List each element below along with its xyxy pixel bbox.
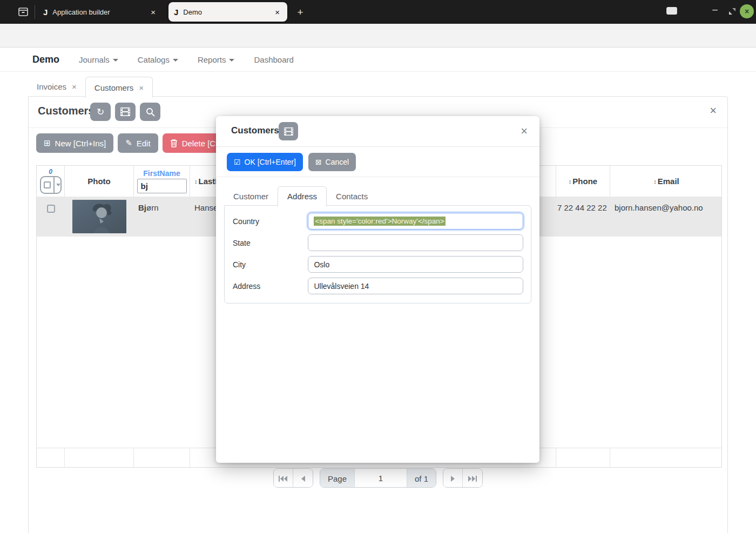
new-tab-button[interactable]: +: [293, 5, 307, 19]
dialog-close-icon[interactable]: ×: [521, 124, 528, 138]
search-button[interactable]: [140, 103, 160, 121]
tab-invoices[interactable]: Invoices ×: [28, 77, 85, 97]
photo-header[interactable]: Photo: [65, 166, 134, 197]
refresh-button[interactable]: ↻: [90, 103, 111, 121]
menu-journals[interactable]: Journals: [79, 55, 118, 64]
tab-label: Customers: [94, 83, 134, 92]
customers-edit-dialog: Customers × ☑OK [Ctrl+Enter] ⊠Cancel Cus…: [216, 116, 539, 463]
button-label: Cancel: [326, 158, 349, 166]
menu-dashboard[interactable]: Dashboard: [254, 55, 293, 64]
select-all-header[interactable]: 0: [37, 166, 65, 197]
page-number-input[interactable]: [354, 469, 407, 487]
select-all-checkbox[interactable]: [40, 176, 62, 194]
pager-page-group: Page of 1: [320, 468, 436, 488]
cancel-button[interactable]: ⊠Cancel: [308, 153, 356, 171]
email-header[interactable]: ↕Email: [610, 166, 723, 197]
close-window-button[interactable]: ×: [740, 4, 754, 18]
menu-label: Dashboard: [254, 55, 293, 64]
chevron-down-icon: [56, 184, 60, 186]
cell-text: ørn: [146, 203, 159, 212]
tab-contacts[interactable]: Contacts: [327, 186, 377, 206]
panel-title: Customers: [38, 105, 94, 117]
pager-back-group: [273, 468, 313, 488]
browser-tab-demo[interactable]: J Demo ×: [168, 2, 287, 22]
next-page-icon: [451, 476, 455, 482]
match-highlight: Bj: [138, 203, 146, 212]
tab-address[interactable]: Address: [278, 186, 327, 206]
customer-photo: [72, 200, 126, 233]
tab-title: Demo: [183, 8, 202, 16]
window-list-icon[interactable]: [666, 6, 677, 18]
header-label[interactable]: FirstName: [143, 169, 180, 178]
tab-favicon: J: [43, 8, 48, 17]
sort-icon: ↕: [653, 178, 657, 185]
export-film-button[interactable]: [115, 103, 136, 121]
header-label: Email: [658, 177, 679, 186]
row-checkbox[interactable]: [47, 205, 55, 213]
last-page-button[interactable]: [463, 469, 482, 488]
next-page-button[interactable]: [443, 469, 463, 488]
selected-count: 0: [49, 168, 52, 175]
button-label: New [Ctrl+Ins]: [55, 139, 106, 148]
firstname-filter-input[interactable]: [137, 179, 187, 193]
pencil-icon: ✎: [125, 138, 132, 148]
tab-customers[interactable]: Customers ×: [85, 77, 153, 98]
header-label: Phone: [572, 177, 597, 186]
workspace-tabs: Invoices × Customers ×: [28, 77, 153, 97]
cell-text: 7 22 44 22 22: [557, 203, 607, 212]
close-icon[interactable]: ×: [139, 83, 144, 92]
prev-page-button[interactable]: [293, 469, 313, 488]
state-label: State: [233, 239, 308, 247]
dialog-film-button[interactable]: [279, 122, 298, 140]
browser-tab-application-builder[interactable]: J Application builder ×: [38, 2, 163, 22]
x-square-icon: ⊠: [315, 158, 322, 166]
menu-reports[interactable]: Reports: [198, 55, 235, 64]
city-input[interactable]: [308, 256, 523, 273]
country-label: Country: [233, 217, 308, 226]
tab-favicon: J: [174, 8, 178, 17]
button-label: OK [Ctrl+Enter]: [245, 158, 296, 166]
new-button[interactable]: ⊞New [Ctrl+Ins]: [36, 133, 113, 153]
ok-button[interactable]: ☑OK [Ctrl+Enter]: [227, 153, 303, 171]
tab-label: Invoices: [37, 82, 66, 91]
divider: [53, 177, 55, 193]
tab-close-icon[interactable]: ×: [273, 8, 282, 17]
address-form: Country <span style='color:red'>Norway'<…: [224, 205, 531, 303]
tab-title: Application builder: [52, 8, 110, 16]
cell-email: bjorn.hansen@yahoo.no: [610, 197, 723, 237]
first-page-button[interactable]: [274, 469, 293, 488]
selected-text: <span style='color:red'>Norway'</span>: [314, 217, 445, 226]
app-brand[interactable]: Demo: [32, 54, 59, 65]
menu-label: Catalogs: [138, 55, 170, 64]
address-input[interactable]: [308, 278, 523, 294]
page-label: Page: [320, 469, 354, 488]
panel-close-icon[interactable]: ×: [710, 104, 717, 118]
close-icon[interactable]: ×: [72, 82, 77, 91]
plus-square-icon: ⊞: [44, 138, 51, 148]
firefox-view-icon[interactable]: [16, 5, 30, 18]
cell-text: bjorn.hansen@yahoo.no: [615, 203, 703, 212]
restore-button[interactable]: [728, 7, 737, 18]
form-row-address: Address: [233, 278, 523, 294]
dialog-buttons: ☑OK [Ctrl+Enter] ⊠Cancel: [216, 147, 539, 177]
pagination: Page of 1: [29, 468, 727, 488]
city-label: City: [233, 260, 308, 269]
country-input[interactable]: <span style='color:red'>Norway'</span>: [308, 213, 523, 230]
film-icon: [284, 127, 293, 136]
edit-button[interactable]: ✎Edit: [118, 133, 158, 153]
prev-page-icon: [301, 476, 305, 482]
tab-close-icon[interactable]: ×: [148, 8, 158, 17]
titlebar-divider: [35, 5, 35, 19]
form-row-country: Country <span style='color:red'>Norway'<…: [233, 213, 523, 230]
minimize-button[interactable]: –: [710, 4, 720, 15]
sort-icon: ↕: [194, 178, 198, 185]
film-icon: [120, 107, 130, 116]
chevron-down-icon: [229, 59, 234, 62]
menu-catalogs[interactable]: Catalogs: [138, 55, 178, 64]
firstname-header[interactable]: FirstName: [134, 166, 190, 197]
sort-icon: ↕: [569, 178, 572, 185]
phone-header[interactable]: ↕Phone: [556, 166, 610, 197]
tab-customer[interactable]: Customer: [224, 186, 278, 206]
chevron-down-icon: [173, 59, 178, 62]
state-input[interactable]: [308, 234, 523, 251]
